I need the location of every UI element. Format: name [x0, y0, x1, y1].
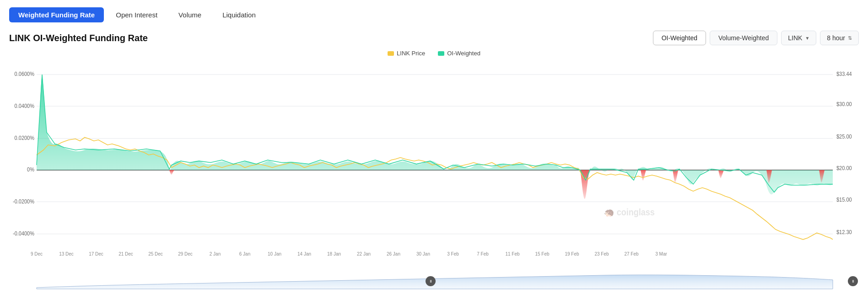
- svg-text:-0.0400%: -0.0400%: [13, 231, 34, 237]
- svg-text:19 Feb: 19 Feb: [565, 251, 579, 257]
- legend-oi-weighted-label: OI-Weighted: [447, 50, 480, 57]
- svg-text:25 Dec: 25 Dec: [148, 251, 163, 257]
- svg-text:6 Jan: 6 Jan: [239, 251, 251, 257]
- svg-text:0.0600%: 0.0600%: [15, 71, 34, 77]
- mini-chart-right-pause[interactable]: ⏸: [848, 276, 858, 286]
- svg-text:$12.30: $12.30: [836, 229, 852, 235]
- tab-weighted-funding[interactable]: Weighted Funding Rate: [9, 7, 104, 22]
- main-chart-area[interactable]: 0.0600% 0.0400% 0.0200% 0% -0.0200% -0.0…: [9, 59, 859, 261]
- timeframe-label: 8 hour: [827, 34, 845, 42]
- chart-controls: OI-Weighted Volume-Weighted LINK ▼ 8 hou…: [653, 31, 859, 45]
- asset-label: LINK: [788, 34, 802, 42]
- mini-chart-svg: [9, 262, 859, 290]
- legend-link-price-color: [388, 51, 394, 56]
- spinner-icon: ⇅: [848, 35, 852, 41]
- svg-text:14 Jan: 14 Jan: [297, 251, 311, 257]
- mini-chart-left-pause[interactable]: ⏸: [426, 276, 436, 286]
- svg-text:22 Jan: 22 Jan: [357, 251, 371, 257]
- svg-text:27 Feb: 27 Feb: [624, 251, 638, 257]
- chart-header: LINK OI-Weighted Funding Rate OI-Weighte…: [9, 31, 859, 45]
- svg-text:11 Feb: 11 Feb: [505, 251, 519, 257]
- svg-text:17 Dec: 17 Dec: [89, 251, 103, 257]
- timeframe-selector[interactable]: 8 hour ⇅: [820, 31, 859, 45]
- svg-text:$15.00: $15.00: [836, 197, 852, 203]
- svg-text:0.0200%: 0.0200%: [15, 135, 34, 141]
- pause-icon-right: ⏸: [851, 279, 855, 283]
- svg-text:🦔 coinglass: 🦔 coinglass: [604, 207, 655, 218]
- svg-text:29 Dec: 29 Dec: [178, 251, 193, 257]
- top-navigation: Weighted Funding Rate Open Interest Volu…: [9, 7, 859, 22]
- pause-icon-left: ⏸: [429, 279, 432, 283]
- svg-text:9 Dec: 9 Dec: [31, 251, 43, 257]
- svg-text:21 Dec: 21 Dec: [119, 251, 133, 257]
- legend-oi-weighted: OI-Weighted: [438, 50, 480, 57]
- svg-text:26 Jan: 26 Jan: [387, 251, 400, 257]
- svg-text:$30.00: $30.00: [836, 101, 852, 107]
- svg-text:13 Dec: 13 Dec: [59, 251, 74, 257]
- svg-text:18 Jan: 18 Jan: [327, 251, 341, 257]
- svg-text:0.0400%: 0.0400%: [15, 103, 34, 109]
- volume-weighted-button[interactable]: Volume-Weighted: [710, 31, 777, 45]
- svg-text:-0.0200%: -0.0200%: [13, 198, 34, 204]
- chart-title: LINK OI-Weighted Funding Rate: [9, 33, 148, 43]
- svg-text:7 Feb: 7 Feb: [477, 251, 489, 257]
- svg-text:$20.00: $20.00: [836, 166, 852, 171]
- oi-weighted-button[interactable]: OI-Weighted: [653, 31, 706, 45]
- svg-text:$25.00: $25.00: [836, 133, 852, 139]
- mini-chart-area[interactable]: ⏸ ⏸: [9, 262, 859, 290]
- legend-link-price: LINK Price: [388, 50, 425, 57]
- svg-text:15 Feb: 15 Feb: [535, 251, 549, 257]
- legend-oi-weighted-color: [438, 51, 444, 56]
- legend-link-price-label: LINK Price: [397, 50, 425, 57]
- svg-text:$33.44: $33.44: [836, 71, 852, 77]
- svg-text:30 Jan: 30 Jan: [416, 251, 430, 257]
- asset-selector[interactable]: LINK ▼: [781, 31, 816, 45]
- tab-open-interest[interactable]: Open Interest: [107, 7, 167, 22]
- svg-text:0%: 0%: [27, 167, 34, 173]
- svg-text:3 Mar: 3 Mar: [655, 251, 667, 257]
- main-chart-svg: 0.0600% 0.0400% 0.0200% 0% -0.0200% -0.0…: [9, 59, 859, 261]
- svg-text:23 Feb: 23 Feb: [594, 251, 609, 257]
- svg-text:10 Jan: 10 Jan: [268, 251, 281, 257]
- svg-text:2 Jan: 2 Jan: [210, 251, 221, 257]
- chart-legend: LINK Price OI-Weighted: [9, 50, 859, 57]
- svg-text:3 Feb: 3 Feb: [447, 251, 459, 257]
- tab-volume[interactable]: Volume: [169, 7, 210, 22]
- tab-liquidation[interactable]: Liquidation: [213, 7, 265, 22]
- chevron-down-icon: ▼: [805, 36, 809, 41]
